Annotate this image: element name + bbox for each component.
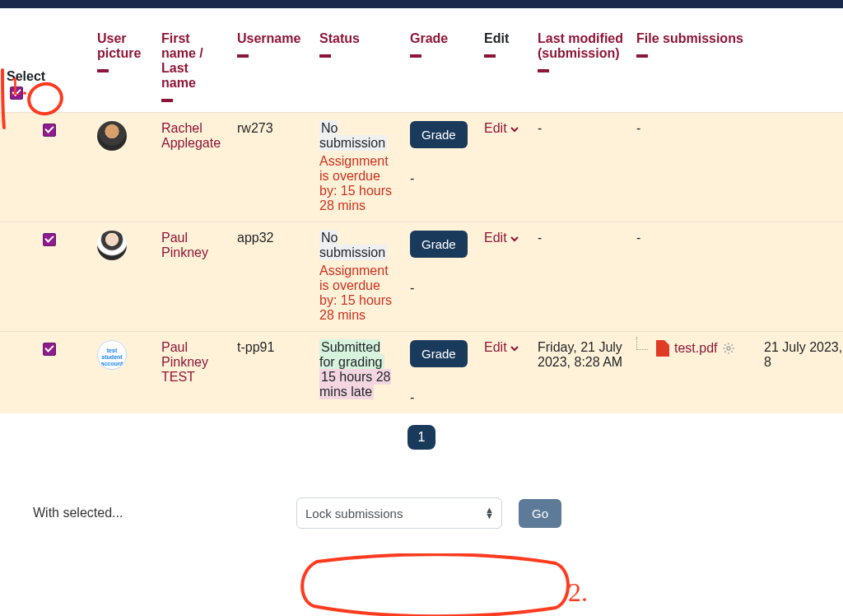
pagination: 1 <box>0 413 843 456</box>
table-row: Paul Pinkneyapp32No submissionAssignment… <box>0 222 843 332</box>
last-modified: - <box>538 121 542 135</box>
grade-value: - <box>410 281 471 296</box>
status-overdue: Assignment is overdue by: 15 hours 28 mi… <box>319 264 397 323</box>
grade-value: - <box>410 390 471 405</box>
page-current[interactable]: 1 <box>408 425 436 450</box>
avatar[interactable] <box>97 231 127 260</box>
grade-button[interactable]: Grade <box>410 231 468 258</box>
header-user-picture[interactable]: User picture <box>97 31 141 60</box>
file-date: 21 July 2023, 8 <box>764 340 842 369</box>
header-last-modified[interactable]: Last modified (submission) <box>538 31 623 60</box>
table-row: Rachel Applegaterw273No submissionAssign… <box>0 113 843 222</box>
bulk-label: With selected... <box>33 506 280 520</box>
select-all-checkbox[interactable] <box>10 86 23 100</box>
chevron-down-icon <box>510 235 519 243</box>
collapse-icon[interactable] <box>237 54 249 58</box>
chevron-down-icon <box>510 344 519 352</box>
user-name-link[interactable]: Paul Pinkney <box>161 231 208 259</box>
submissions-table: Select User picture First name / Last na… <box>0 8 843 413</box>
row-select-checkbox[interactable] <box>43 233 56 246</box>
username: rw273 <box>237 121 273 135</box>
header-grade[interactable]: Grade <box>410 31 448 45</box>
avatar[interactable] <box>97 121 127 151</box>
edit-menu[interactable]: Edit <box>484 340 519 354</box>
header-file-submissions[interactable]: File submissions <box>636 31 743 45</box>
bulk-action-select[interactable]: Lock submissions <box>296 497 502 529</box>
chevron-down-icon <box>510 125 519 133</box>
collapse-icon[interactable] <box>97 69 109 72</box>
grade-value: - <box>410 171 471 186</box>
header-select: Select <box>7 69 45 83</box>
window-top-bar <box>0 0 843 8</box>
file-none: - <box>636 121 640 135</box>
collapse-icon[interactable] <box>538 69 549 72</box>
status-submitted: Submitted for grading <box>319 339 384 370</box>
go-button[interactable]: Go <box>519 499 561 528</box>
header-name[interactable]: First name / Last name <box>161 31 203 90</box>
collapse-icon[interactable] <box>636 54 648 58</box>
last-modified: Friday, 21 July 2023, 8:28 AM <box>538 340 622 369</box>
header-edit[interactable]: Edit <box>484 31 509 45</box>
status-late: 15 hours 28 mins late <box>319 369 391 399</box>
header-status[interactable]: Status <box>319 31 360 45</box>
user-name-link[interactable]: Paul Pinkney TEST <box>161 340 208 384</box>
status-no-submission: No submission <box>319 230 387 260</box>
edit-menu[interactable]: Edit <box>484 231 519 245</box>
bulk-action-bar: With selected... Lock submissions ▲▼ Go <box>0 456 843 545</box>
file-link[interactable]: test.pdf <box>674 341 717 356</box>
status-overdue: Assignment is overdue by: 15 hours 28 mi… <box>319 154 397 213</box>
collapse-icon[interactable] <box>484 54 496 58</box>
table-row: test student accountPaul Pinkney TESTt-p… <box>0 332 843 414</box>
tree-elbow-icon <box>636 337 648 350</box>
pdf-icon <box>656 340 669 357</box>
header-username[interactable]: Username <box>237 31 300 45</box>
edit-menu[interactable]: Edit <box>484 121 519 135</box>
grade-button[interactable]: Grade <box>410 340 468 367</box>
collapse-icon[interactable] <box>161 99 173 102</box>
user-name-link[interactable]: Rachel Applegate <box>161 121 221 150</box>
collapse-icon[interactable] <box>410 54 422 58</box>
avatar[interactable]: test student account <box>97 340 127 370</box>
gear-icon[interactable] <box>722 342 735 355</box>
row-select-checkbox[interactable] <box>43 124 56 137</box>
last-modified: - <box>538 231 542 245</box>
collapse-icon[interactable] <box>319 54 331 58</box>
grade-button[interactable]: Grade <box>410 121 468 148</box>
svg-point-0 <box>727 347 730 350</box>
file-none: - <box>636 231 640 245</box>
username: app32 <box>237 231 274 245</box>
status-no-submission: No submission <box>319 120 387 151</box>
username: t-pp91 <box>237 340 274 354</box>
row-select-checkbox[interactable] <box>43 343 56 356</box>
